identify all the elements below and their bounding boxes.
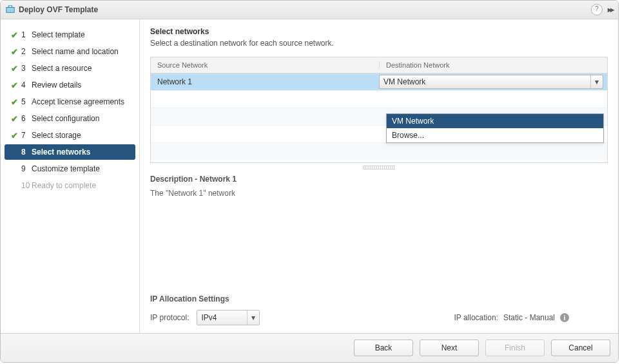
main-panel: Select networks Select a destination net… bbox=[140, 19, 618, 333]
step-number: 8 bbox=[21, 148, 32, 157]
ip-protocol-label: IP protocol: bbox=[150, 313, 189, 322]
step-number: 9 bbox=[21, 164, 32, 173]
dialog-title: Deploy OVF Template bbox=[19, 5, 591, 14]
step-number: 2 bbox=[21, 47, 32, 56]
back-button[interactable]: Back bbox=[354, 340, 413, 356]
chevron-down-icon: ▾ bbox=[247, 311, 259, 325]
splitter-grip[interactable] bbox=[150, 164, 608, 171]
dropdown-option-browse[interactable]: Browse... bbox=[387, 128, 603, 142]
step-label: Review details bbox=[32, 81, 130, 90]
step-review-details[interactable]: ✔ 4 Review details bbox=[5, 77, 135, 93]
step-number: 1 bbox=[21, 30, 32, 39]
ip-protocol-value: IPv4 bbox=[201, 313, 247, 322]
ip-section-title: IP Allocation Settings bbox=[150, 294, 608, 303]
check-icon: ✔ bbox=[11, 81, 21, 90]
step-label: Customize template bbox=[32, 164, 130, 173]
check-icon: ✔ bbox=[11, 114, 21, 124]
step-select-storage[interactable]: ✔ 7 Select storage bbox=[5, 128, 135, 143]
ip-allocation-value: Static - Manual bbox=[503, 313, 555, 322]
next-button[interactable]: Next bbox=[420, 340, 479, 356]
description-section: Description - Network 1 The "Network 1" … bbox=[150, 175, 608, 198]
ip-protocol-dropdown[interactable]: IPv4 ▾ bbox=[197, 310, 260, 325]
dropdown-option-vm-network[interactable]: VM Network bbox=[387, 114, 603, 128]
dialog-footer: Back Next Finish Cancel bbox=[1, 333, 618, 362]
step-number: 6 bbox=[21, 114, 32, 123]
step-label: Select configuration bbox=[32, 114, 130, 123]
table-row bbox=[151, 143, 607, 160]
step-number: 3 bbox=[21, 64, 32, 73]
cancel-button[interactable]: Cancel bbox=[551, 340, 610, 356]
check-icon: ✔ bbox=[11, 181, 21, 191]
table-row bbox=[151, 91, 607, 108]
header-source: Source Network bbox=[151, 61, 379, 69]
check-icon: ✔ bbox=[11, 30, 21, 40]
ip-allocation-label: IP allocation: bbox=[454, 313, 498, 322]
svg-rect-1 bbox=[8, 6, 12, 8]
step-select-resource[interactable]: ✔ 3 Select a resource bbox=[5, 61, 135, 76]
check-icon: ✔ bbox=[11, 131, 21, 140]
description-body: The "Network 1" network bbox=[150, 189, 608, 198]
header-destination: Destination Network bbox=[379, 61, 607, 69]
destination-network-dropdown-list: VM Network Browse... bbox=[386, 113, 604, 143]
check-icon: ✔ bbox=[11, 148, 21, 157]
deploy-ovf-dialog: Deploy OVF Template ? ▸▸ ✔ 1 Select temp… bbox=[0, 0, 619, 363]
ip-allocation-section: IP Allocation Settings IP protocol: IPv4… bbox=[150, 294, 608, 333]
table-header: Source Network Destination Network bbox=[151, 57, 607, 73]
step-label: Select a resource bbox=[32, 64, 130, 73]
table-row[interactable]: Network 1 VM Network ▾ bbox=[151, 73, 607, 91]
check-icon: ✔ bbox=[11, 47, 21, 57]
step-label: Accept license agreements bbox=[32, 97, 130, 106]
destination-network-dropdown[interactable]: VM Network ▾ bbox=[379, 75, 603, 89]
collapse-icon[interactable]: ▸▸ bbox=[608, 5, 613, 14]
check-icon: ✔ bbox=[11, 64, 21, 73]
step-select-configuration[interactable]: ✔ 6 Select configuration bbox=[5, 111, 135, 126]
step-label: Select networks bbox=[32, 148, 130, 157]
step-accept-license[interactable]: ✔ 5 Accept license agreements bbox=[5, 94, 135, 110]
check-icon: ✔ bbox=[11, 97, 21, 107]
step-select-name-location[interactable]: ✔ 2 Select name and location bbox=[5, 44, 135, 59]
step-customize-template: ✔ 9 Customize template bbox=[5, 161, 135, 177]
cell-source: Network 1 bbox=[151, 77, 379, 86]
step-select-template[interactable]: ✔ 1 Select template bbox=[5, 27, 135, 43]
finish-button: Finish bbox=[485, 340, 545, 356]
step-label: Ready to complete bbox=[32, 181, 130, 190]
network-table: Source Network Destination Network Netwo… bbox=[150, 57, 608, 163]
wizard-sidebar: ✔ 1 Select template ✔ 2 Select name and … bbox=[1, 19, 140, 333]
titlebar: Deploy OVF Template ? ▸▸ bbox=[1, 1, 618, 19]
step-number: 7 bbox=[21, 131, 32, 140]
chevron-down-icon: ▾ bbox=[590, 75, 603, 88]
step-label: Select template bbox=[32, 30, 130, 39]
step-select-networks[interactable]: ✔ 8 Select networks bbox=[5, 144, 135, 160]
step-label: Select storage bbox=[32, 131, 130, 140]
info-icon[interactable]: i bbox=[560, 313, 569, 322]
step-ready-to-complete: ✔ 10 Ready to complete bbox=[5, 178, 135, 193]
ovf-template-icon bbox=[6, 5, 15, 14]
page-heading: Select networks bbox=[150, 27, 608, 36]
page-subtitle: Select a destination network for each so… bbox=[150, 39, 608, 48]
check-icon: ✔ bbox=[11, 164, 21, 174]
help-icon[interactable]: ? bbox=[591, 4, 603, 15]
dialog-body: ✔ 1 Select template ✔ 2 Select name and … bbox=[1, 19, 618, 333]
step-label: Select name and location bbox=[32, 47, 130, 56]
svg-rect-0 bbox=[6, 8, 14, 13]
dropdown-value: VM Network bbox=[383, 77, 590, 86]
step-number: 5 bbox=[21, 97, 32, 106]
step-number: 4 bbox=[21, 81, 32, 90]
description-title: Description - Network 1 bbox=[150, 175, 608, 184]
step-number: 10 bbox=[21, 181, 32, 190]
